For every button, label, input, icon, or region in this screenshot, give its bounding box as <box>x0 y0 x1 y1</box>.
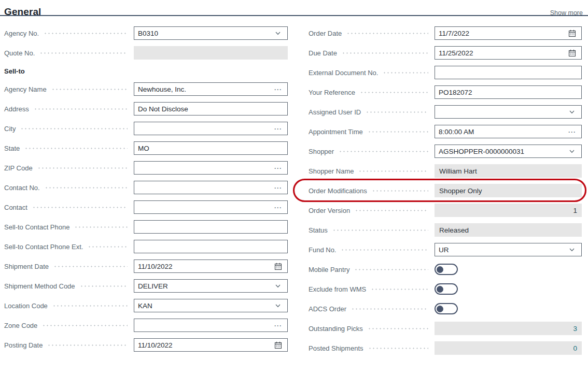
ellipsis-icon: ⋯ <box>568 128 576 136</box>
agency-no-combobox[interactable]: B0310 <box>134 26 288 40</box>
field-row-your-reference: Your ReferencePO182072 <box>309 82 582 102</box>
outstanding-picks-readonly-field: 3 <box>435 322 582 335</box>
field-label-posted-shipments: Posted Shipments <box>309 344 363 352</box>
zip-code-assist-edit-button[interactable]: ⋯ <box>272 162 284 174</box>
dotted-leader <box>372 190 428 192</box>
field-row-exclude-from-wms: Exclude from WMS <box>309 279 582 299</box>
dotted-leader <box>371 289 428 290</box>
field-control-zip-code: ⋯ <box>134 161 288 175</box>
field-row-contact: Contact⋯ <box>4 197 288 217</box>
contact-no-input[interactable]: ⋯ <box>134 181 288 194</box>
field-control-shipment-method-code: DELIVER <box>134 279 288 293</box>
field-row-sell-to-contact-phone: Sell-to Contact Phone <box>4 217 288 237</box>
field-value-agency-no: B0310 <box>138 30 272 37</box>
field-value-posted-shipments[interactable]: 0 <box>439 344 577 352</box>
posting-date-datepicker-button[interactable] <box>272 339 284 351</box>
field-label-appointment-time: Appointment Time <box>309 128 363 136</box>
your-reference-input[interactable]: PO182072 <box>435 85 582 99</box>
external-document-no-input[interactable] <box>435 66 582 79</box>
city-input[interactable]: ⋯ <box>134 122 288 135</box>
field-row-adcs-order: ADCS Order <box>309 299 582 319</box>
field-label-zone-code: Zone Code <box>4 322 37 329</box>
field-label-assigned-user-id: Assigned User ID <box>309 108 361 116</box>
ellipsis-icon: ⋯ <box>274 164 282 172</box>
field-control-assigned-user-id <box>435 105 582 119</box>
order-date-datepicker-button[interactable] <box>566 27 578 39</box>
field-label-agency-no: Agency No. <box>4 30 39 37</box>
field-row-zip-code: ZIP Code⋯ <box>4 158 288 178</box>
contact-input[interactable]: ⋯ <box>134 200 288 214</box>
posted-shipments-readonly-field: 0 <box>435 341 582 355</box>
address-input[interactable]: Do Not Disclose <box>134 102 288 116</box>
fund-no-dropdown-button[interactable] <box>566 243 578 256</box>
field-control-mobile-pantry <box>435 264 582 275</box>
sell-to-contact-phone-ext-input[interactable] <box>134 240 288 253</box>
field-label-posting-date: Posting Date <box>4 341 43 349</box>
field-label-your-reference: Your Reference <box>309 89 355 96</box>
zip-code-input[interactable]: ⋯ <box>134 161 288 175</box>
mobile-pantry-toggle[interactable] <box>435 264 458 275</box>
field-control-zone-code: ⋯ <box>134 319 288 332</box>
assigned-user-id-dropdown-button[interactable] <box>566 106 578 118</box>
exclude-from-wms-toggle[interactable] <box>435 283 458 295</box>
city-assist-edit-button[interactable]: ⋯ <box>272 122 284 135</box>
dotted-leader <box>383 72 428 74</box>
field-control-quote-no <box>134 46 288 60</box>
agency-name-input[interactable]: Newhouse, Inc.⋯ <box>134 82 288 96</box>
ellipsis-icon: ⋯ <box>274 125 282 133</box>
appointment-time-input[interactable]: 8:00:00 AM⋯ <box>435 125 582 138</box>
dotted-leader <box>366 111 428 113</box>
posting-date-input[interactable]: 11/10/2022 <box>134 338 288 352</box>
shipment-date-datepicker-button[interactable] <box>272 260 284 272</box>
order-date-input[interactable]: 11/7/2022 <box>435 26 582 40</box>
contact-no-assist-edit-button[interactable]: ⋯ <box>272 181 284 194</box>
show-more-link[interactable]: Show more <box>550 9 583 17</box>
field-control-shopper-name: William Hart <box>435 164 582 178</box>
contact-assist-edit-button[interactable]: ⋯ <box>272 201 284 213</box>
field-control-appointment-time: 8:00:00 AM⋯ <box>435 125 582 138</box>
shipment-date-input[interactable]: 11/10/2022 <box>134 259 288 273</box>
field-value-shopper: AGSHOPPER-0000000031 <box>439 148 566 155</box>
agency-no-dropdown-button[interactable] <box>272 27 284 39</box>
dotted-leader <box>53 266 128 267</box>
sell-to-contact-phone-input[interactable] <box>134 220 288 234</box>
section-header: General Show more <box>0 0 588 16</box>
adcs-order-toggle[interactable] <box>435 303 458 314</box>
field-label-shopper-name: Shopper Name <box>309 167 354 175</box>
calendar-icon <box>274 341 282 349</box>
section-title: General <box>4 6 41 18</box>
field-value-outstanding-picks[interactable]: 3 <box>439 325 577 333</box>
state-input[interactable]: MO <box>134 141 288 155</box>
field-row-shipment-method-code: Shipment Method CodeDELIVER <box>4 276 288 296</box>
field-row-appointment-time: Appointment Time8:00:00 AM⋯ <box>309 122 582 141</box>
field-label-state: State <box>4 145 20 152</box>
field-value-status: Released <box>439 226 577 234</box>
field-row-agency-no: Agency No.B0310 <box>4 23 288 43</box>
due-date-datepicker-button[interactable] <box>566 47 578 59</box>
dotted-leader <box>37 167 128 169</box>
chevron-down-icon <box>275 283 281 289</box>
field-control-contact-no: ⋯ <box>134 181 288 194</box>
ellipsis-icon: ⋯ <box>274 204 282 211</box>
zone-code-input[interactable]: ⋯ <box>134 319 288 332</box>
shopper-dropdown-button[interactable] <box>566 145 578 157</box>
field-row-external-document-no: External Document No. <box>309 63 582 82</box>
zone-code-assist-edit-button[interactable]: ⋯ <box>272 319 284 331</box>
agency-name-assist-edit-button[interactable]: ⋯ <box>272 83 284 95</box>
shipment-method-code-combobox[interactable]: DELIVER <box>134 279 288 293</box>
dotted-leader <box>44 33 128 34</box>
shopper-combobox[interactable]: AGSHOPPER-0000000031 <box>435 145 582 158</box>
field-label-contact-no: Contact No. <box>4 184 40 192</box>
assigned-user-id-combobox[interactable] <box>435 105 582 119</box>
dotted-leader <box>355 210 428 211</box>
due-date-input[interactable]: 11/25/2022 <box>435 46 582 60</box>
location-code-dropdown-button[interactable] <box>272 299 284 312</box>
location-code-combobox[interactable]: KAN <box>134 299 288 312</box>
fund-no-combobox[interactable]: UR <box>435 243 582 256</box>
field-control-due-date: 11/25/2022 <box>435 46 582 60</box>
chevron-down-icon <box>569 149 575 154</box>
dotted-leader <box>332 229 428 231</box>
shipment-method-code-dropdown-button[interactable] <box>272 280 284 292</box>
dotted-leader <box>368 348 428 349</box>
appointment-time-assist-edit-button[interactable]: ⋯ <box>566 125 578 138</box>
